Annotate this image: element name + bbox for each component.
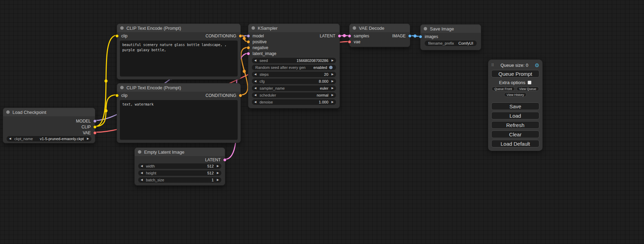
queue-prompt-button[interactable]: Queue Prompt bbox=[491, 70, 539, 78]
drag-handle-icon[interactable]: ⠿ bbox=[491, 63, 494, 67]
decrement-arrow-icon[interactable]: ◀ bbox=[254, 94, 256, 97]
output-label-conditioning: CONDITIONING bbox=[205, 34, 236, 38]
increment-arrow-icon[interactable]: ▶ bbox=[332, 101, 334, 103]
output-slot-model[interactable] bbox=[93, 119, 97, 123]
decrement-arrow-icon[interactable]: ◀ bbox=[254, 101, 256, 103]
collapse-dot[interactable] bbox=[120, 86, 124, 89]
node-title-bar[interactable]: CLIP Text Encode (Prompt) bbox=[117, 83, 240, 92]
collapse-dot[interactable] bbox=[353, 26, 356, 30]
decrement-arrow-icon[interactable]: ◀ bbox=[9, 137, 11, 140]
refresh-button[interactable]: Refresh bbox=[491, 121, 539, 129]
queue-front-button[interactable]: Queue Front bbox=[492, 87, 515, 91]
input-slot-model[interactable] bbox=[247, 34, 250, 38]
node-title: CLIP Text Encode (Prompt) bbox=[126, 85, 181, 90]
node-canvas[interactable]: Load Checkpoint MODEL CLIP VAE ◀ ckpt_na… bbox=[0, 0, 644, 244]
collapse-dot[interactable] bbox=[138, 150, 141, 154]
decrement-arrow-icon[interactable]: ◀ bbox=[254, 59, 256, 62]
increment-arrow-icon[interactable]: ▶ bbox=[87, 137, 89, 140]
input-slot-vae[interactable] bbox=[348, 40, 351, 44]
widget-cfg[interactable]: ◀ cfg 8.000 ▶ bbox=[252, 79, 336, 84]
link-dot-samples bbox=[343, 34, 346, 37]
widget-random-seed-toggle[interactable]: Random seed after every gen enabled bbox=[252, 65, 336, 70]
toggle-knob[interactable] bbox=[329, 66, 333, 69]
output-slot-conditioning[interactable] bbox=[239, 94, 242, 97]
node-ksampler[interactable]: KSampler model LATENT positive negative … bbox=[248, 24, 340, 108]
widget-steps[interactable]: ◀ steps 20 ▶ bbox=[252, 72, 336, 77]
node-title-bar[interactable]: Load Checkpoint bbox=[3, 108, 95, 116]
clear-button[interactable]: Clear bbox=[491, 130, 539, 138]
input-slot-latent-image[interactable] bbox=[247, 52, 250, 55]
node-clip-text-encode-negative[interactable]: CLIP Text Encode (Prompt) clip CONDITION… bbox=[117, 83, 241, 143]
increment-arrow-icon[interactable]: ▶ bbox=[217, 165, 219, 168]
increment-arrow-icon[interactable]: ▶ bbox=[332, 94, 334, 97]
output-label-image: IMAGE bbox=[392, 34, 406, 38]
input-slot-clip[interactable] bbox=[115, 34, 119, 38]
widget-value: 1 bbox=[212, 178, 214, 182]
widget-filename-prefix[interactable]: filename_prefix ComfyUI bbox=[425, 40, 477, 46]
save-button[interactable]: Save bbox=[491, 102, 539, 110]
node-title: Save Image bbox=[430, 26, 454, 31]
extra-options-checkbox[interactable] bbox=[528, 81, 531, 84]
increment-arrow-icon[interactable]: ▶ bbox=[332, 87, 334, 90]
decrement-arrow-icon[interactable]: ◀ bbox=[141, 172, 143, 174]
widget-height[interactable]: ◀ height 512 ▶ bbox=[138, 170, 221, 176]
output-slot-clip[interactable] bbox=[93, 125, 97, 129]
node-title: Empty Latent Image bbox=[144, 150, 184, 155]
widget-ckpt-name[interactable]: ◀ ckpt_name v1-5-pruned-emaonly.ckpt ▶ bbox=[7, 136, 91, 142]
prompt-text[interactable]: text, watermark bbox=[120, 100, 238, 140]
input-label-vae: vae bbox=[354, 39, 360, 44]
output-label-clip: CLIP bbox=[81, 125, 91, 129]
decrement-arrow-icon[interactable]: ◀ bbox=[254, 87, 256, 90]
input-slot-samples[interactable] bbox=[348, 34, 351, 38]
node-title-bar[interactable]: CLIP Text Encode (Prompt) bbox=[117, 24, 240, 32]
collapse-dot[interactable] bbox=[424, 27, 427, 30]
decrement-arrow-icon[interactable]: ◀ bbox=[141, 165, 143, 168]
prompt-text[interactable]: beautiful scenery nature glass bottle la… bbox=[120, 40, 238, 76]
node-title-bar[interactable]: VAE Decode bbox=[350, 24, 410, 32]
input-slot-negative[interactable] bbox=[247, 46, 250, 49]
output-slot-conditioning[interactable] bbox=[239, 34, 242, 38]
node-clip-text-encode-positive[interactable]: CLIP Text Encode (Prompt) clip CONDITION… bbox=[117, 24, 241, 80]
increment-arrow-icon[interactable]: ▶ bbox=[217, 179, 219, 181]
increment-arrow-icon[interactable]: ▶ bbox=[217, 172, 219, 174]
collapse-dot[interactable] bbox=[252, 26, 255, 30]
widget-seed[interactable]: ◀ seed 156680208700286 ▶ bbox=[252, 58, 336, 63]
link-dot-image bbox=[414, 35, 417, 38]
link-dot-conditioning-negative bbox=[243, 70, 246, 73]
node-load-checkpoint[interactable]: Load Checkpoint MODEL CLIP VAE ◀ ckpt_na… bbox=[3, 108, 95, 143]
node-vae-decode[interactable]: VAE Decode samples IMAGE vae bbox=[349, 24, 410, 47]
widget-sampler-name[interactable]: ◀ sampler_name euler ▶ bbox=[252, 85, 336, 91]
output-slot-latent[interactable] bbox=[223, 158, 227, 162]
view-queue-button[interactable]: View Queue bbox=[517, 87, 539, 91]
increment-arrow-icon[interactable]: ▶ bbox=[332, 59, 334, 62]
increment-arrow-icon[interactable]: ▶ bbox=[332, 80, 334, 83]
output-slot-latent[interactable] bbox=[338, 34, 341, 38]
widget-batch-size[interactable]: ◀ batch_size 1 ▶ bbox=[138, 177, 221, 183]
node-title-bar[interactable]: Empty Latent Image bbox=[135, 148, 225, 156]
node-title: KSampler bbox=[258, 26, 277, 31]
node-empty-latent-image[interactable]: Empty Latent Image LATENT ◀ width 512 ▶ … bbox=[134, 147, 225, 186]
widget-label: steps bbox=[259, 72, 268, 76]
increment-arrow-icon[interactable]: ▶ bbox=[332, 73, 334, 76]
output-slot-vae[interactable] bbox=[93, 131, 97, 135]
input-label-positive: positive bbox=[253, 39, 267, 44]
input-slot-clip[interactable] bbox=[115, 94, 119, 97]
load-default-button[interactable]: Load Default bbox=[491, 140, 539, 147]
input-slot-images[interactable] bbox=[419, 35, 422, 38]
node-title-bar[interactable]: KSampler bbox=[248, 24, 339, 32]
view-history-button[interactable]: View History bbox=[504, 92, 527, 97]
node-save-image[interactable]: Save Image images filename_prefix ComfyU… bbox=[420, 24, 481, 50]
decrement-arrow-icon[interactable]: ◀ bbox=[141, 179, 143, 181]
output-slot-image[interactable] bbox=[408, 34, 412, 38]
collapse-dot[interactable] bbox=[120, 26, 124, 30]
decrement-arrow-icon[interactable]: ◀ bbox=[254, 73, 256, 76]
node-title-bar[interactable]: Save Image bbox=[421, 25, 481, 33]
decrement-arrow-icon[interactable]: ◀ bbox=[254, 80, 256, 83]
load-button[interactable]: Load bbox=[491, 112, 539, 119]
collapse-dot[interactable] bbox=[6, 110, 10, 114]
widget-scheduler[interactable]: ◀ scheduler normal ▶ bbox=[252, 92, 336, 98]
settings-gear-icon[interactable]: ⚙ bbox=[535, 63, 539, 68]
widget-width[interactable]: ◀ width 512 ▶ bbox=[138, 163, 221, 169]
widget-denoise[interactable]: ◀ denoise 1.000 ▶ bbox=[252, 99, 336, 105]
input-slot-positive[interactable] bbox=[247, 40, 250, 44]
